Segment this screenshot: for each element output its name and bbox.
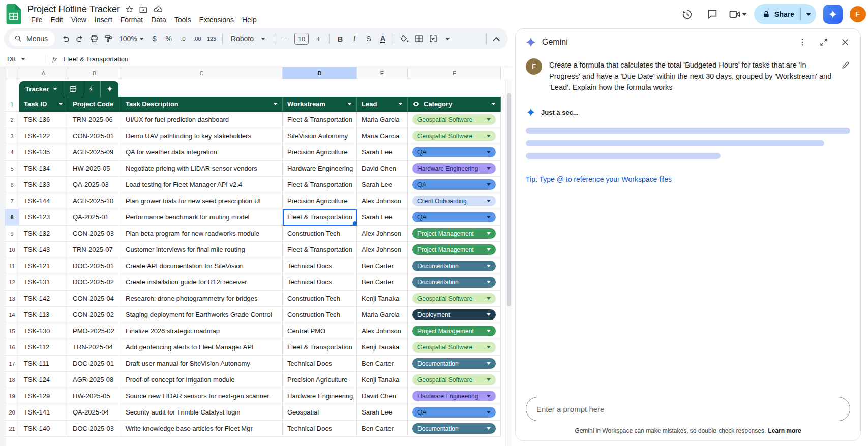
more-options-button[interactable] [794, 34, 811, 50]
cell-code-19[interactable]: HW-2025-05 [68, 388, 121, 404]
row-number-10[interactable]: 10 [5, 242, 19, 258]
cell-taskid-21[interactable]: TSK-140 [19, 421, 68, 437]
cell-taskid-8[interactable]: TSK-123 [19, 209, 68, 226]
cell-code-10[interactable]: TRN-2025-07 [68, 242, 121, 258]
row-number-18[interactable]: 18 [5, 372, 19, 388]
category-chip[interactable]: Deployment [412, 309, 496, 320]
collapse-toolbar-button[interactable] [490, 31, 503, 46]
row-number-15[interactable]: 15 [5, 323, 19, 339]
category-chip[interactable]: QA [412, 179, 496, 190]
merge-options-dropdown[interactable] [441, 31, 454, 46]
cell-workstream-11[interactable]: Technical Docs [283, 258, 357, 274]
menu-tools[interactable]: Tools [171, 15, 195, 24]
star-icon[interactable] [125, 5, 134, 14]
cell-description-2[interactable]: UI/UX for fuel prediction dashboard [121, 112, 283, 128]
row-number-7[interactable]: 7 [5, 193, 19, 209]
table-name-button[interactable]: Tracker [19, 81, 64, 97]
sheets-logo-icon[interactable] [6, 4, 21, 24]
learn-more-link[interactable]: Learn more [768, 427, 801, 434]
cell-code-6[interactable]: QA-2025-03 [68, 177, 121, 193]
category-chip[interactable]: QA [412, 407, 496, 418]
print-button[interactable] [87, 31, 101, 46]
cell-taskid-4[interactable]: TSK-135 [19, 144, 68, 161]
undo-button[interactable] [59, 31, 72, 46]
name-box[interactable]: D8 [7, 55, 40, 63]
bold-button[interactable]: B [334, 31, 347, 46]
category-chip[interactable]: Client Onboarding [412, 196, 496, 206]
cell-lead-9[interactable]: Alex Johnson [357, 226, 408, 242]
cell-taskid-18[interactable]: TSK-124 [19, 372, 68, 388]
cell-lead-11[interactable]: Ben Carter [357, 258, 408, 274]
cell-workstream-4[interactable]: Precision Agriculture [283, 144, 357, 161]
cell-taskid-12[interactable]: TSK-131 [19, 274, 68, 291]
cell-workstream-13[interactable]: Construction Tech [283, 291, 357, 307]
cell-category-19[interactable]: Hardware Engineering [408, 388, 501, 404]
cell-lead-15[interactable]: Alex Johnson [357, 323, 408, 339]
cell-workstream-17[interactable]: Technical Docs [283, 356, 357, 372]
cell-lead-17[interactable]: Ben Carter [357, 356, 408, 372]
cell-code-9[interactable]: CON-2025-03 [68, 226, 121, 242]
column-header-d[interactable]: D [283, 67, 357, 79]
cell-description-4[interactable]: QA for weather data integration [121, 144, 283, 161]
cell-code-8[interactable]: QA-2025-01 [68, 209, 121, 226]
font-family-select[interactable]: Roboto [227, 35, 270, 43]
move-folder-icon[interactable] [139, 5, 148, 14]
cell-workstream-8[interactable]: Fleet & Transportation [283, 209, 357, 226]
table-views-button[interactable] [64, 81, 82, 97]
row-number-13[interactable]: 13 [5, 291, 19, 307]
category-chip[interactable]: Project Management [412, 326, 496, 336]
cell-description-12[interactable]: Create installation guide for R12i recei… [121, 274, 283, 291]
cell-code-17[interactable]: DOC-2025-01 [68, 356, 121, 372]
cell-code-5[interactable]: HW-2025-05 [68, 161, 121, 177]
chevron-down-icon[interactable] [491, 103, 496, 105]
cell-lead-3[interactable]: Maria Garcia [357, 128, 408, 144]
cell-lead-2[interactable]: Maria Garcia [357, 112, 408, 128]
menus-search-button[interactable]: Menus [9, 31, 55, 46]
cell-lead-7[interactable]: Alex Johnson [357, 193, 408, 209]
cell-code-15[interactable]: PMO-2025-02 [68, 323, 121, 339]
cell-category-4[interactable]: QA [408, 144, 501, 161]
cell-description-10[interactable]: Customer interviews for final mile routi… [121, 242, 283, 258]
row-number-17[interactable]: 17 [5, 356, 19, 372]
cell-lead-19[interactable]: David Chen [357, 388, 408, 404]
cell-taskid-16[interactable]: TSK-112 [19, 339, 68, 356]
cell-category-15[interactable]: Project Management [408, 323, 501, 339]
fill-color-button[interactable] [398, 31, 411, 46]
cell-taskid-2[interactable]: TSK-136 [19, 112, 68, 128]
decrease-font-size-button[interactable]: − [278, 31, 291, 46]
cell-category-7[interactable]: Client Onboarding [408, 193, 501, 209]
close-panel-button[interactable] [837, 34, 853, 50]
row-number-16[interactable]: 16 [5, 339, 19, 356]
cell-lead-6[interactable]: Sarah Lee [357, 177, 408, 193]
cell-description-5[interactable]: Negotiate pricing with LIDAR sensor vend… [121, 161, 283, 177]
cell-lead-8[interactable]: Sarah Lee [357, 209, 408, 226]
row-number-12[interactable]: 12 [5, 274, 19, 291]
cell-code-20[interactable]: QA-2025-04 [68, 404, 121, 421]
cell-description-11[interactable]: Create API documentation for SiteVision [121, 258, 283, 274]
cell-taskid-10[interactable]: TSK-143 [19, 242, 68, 258]
font-size-input[interactable]: 10 [294, 33, 309, 45]
cell-category-2[interactable]: Geospatial Software [408, 112, 501, 128]
category-chip[interactable]: Documentation [412, 358, 496, 369]
cell-category-9[interactable]: Project Management [408, 226, 501, 242]
cell-lead-18[interactable]: Kenji Tanaka [357, 372, 408, 388]
header-project-code[interactable]: Project Code [68, 97, 121, 112]
cell-code-4[interactable]: AGR-2025-09 [68, 144, 121, 161]
version-history-button[interactable] [678, 5, 696, 23]
account-avatar[interactable]: F [850, 6, 866, 22]
meet-button[interactable] [729, 8, 747, 20]
cell-category-14[interactable]: Deployment [408, 307, 501, 323]
table-tools-button[interactable] [82, 81, 100, 97]
row-number-21[interactable]: 21 [5, 421, 19, 437]
category-chip[interactable]: Geospatial Software [412, 374, 496, 385]
cell-category-16[interactable]: Geospatial Software [408, 339, 501, 356]
cell-category-17[interactable]: Documentation [408, 356, 501, 372]
category-chip[interactable]: Documentation [412, 423, 496, 434]
chevron-down-icon[interactable] [58, 103, 63, 105]
row-number-4[interactable]: 4 [5, 144, 19, 161]
cell-description-16[interactable]: Add geofencing alerts to Fleet Manager A… [121, 339, 283, 356]
header-task-description[interactable]: Task Description [121, 97, 283, 112]
cell-workstream-7[interactable]: Precision Agriculture [283, 193, 357, 209]
cell-lead-13[interactable]: Kenji Tanaka [357, 291, 408, 307]
cell-description-7[interactable]: Plan grower trials for new seed prescrip… [121, 193, 283, 209]
